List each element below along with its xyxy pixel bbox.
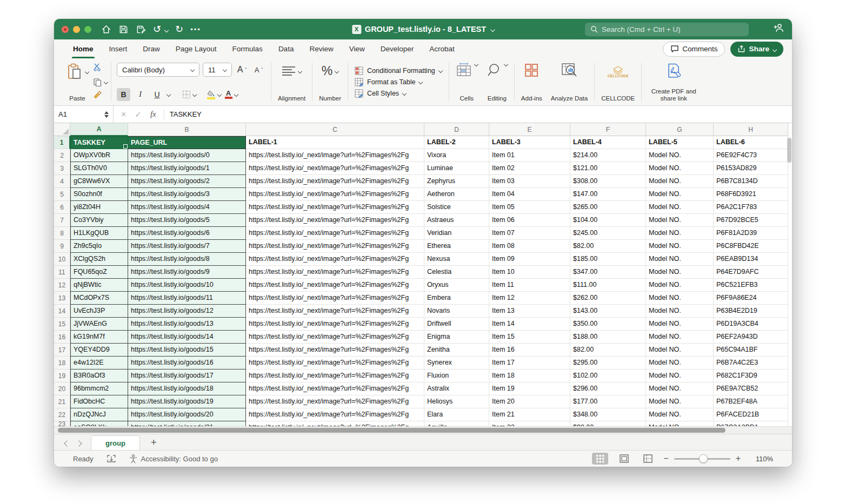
cell-G12[interactable]: Model NO. (646, 279, 714, 292)
cell-E17[interactable]: Item 16 (489, 344, 570, 357)
cell-H14[interactable]: P63B4E2D19 (714, 305, 788, 318)
cell-A19[interactable]: B3R0aOf3 (70, 369, 128, 382)
cell-C20[interactable]: https://test.listly.io/_next/image?url=%… (246, 382, 424, 395)
accessibility-status[interactable]: Accessibility: Good to go (141, 455, 218, 463)
cell-A18[interactable]: e4w12I2E (70, 357, 128, 369)
tab-home[interactable]: Home (73, 39, 94, 58)
cell-E8[interactable]: Item 07 (489, 227, 570, 240)
cell-D19[interactable]: Fluxion (424, 369, 489, 382)
cell-E10[interactable]: Item 09 (489, 253, 570, 266)
cell-C5[interactable]: https://test.listly.io/_next/image?url=%… (246, 188, 424, 201)
row-header-18[interactable]: 18 (54, 357, 70, 369)
cell-C12[interactable]: https://test.listly.io/_next/image?url=%… (246, 279, 424, 292)
cell-E2[interactable]: Item 01 (489, 149, 570, 162)
cell-C15[interactable]: https://test.listly.io/_next/image?url=%… (246, 318, 424, 331)
paste-button[interactable]: Paste (62, 58, 93, 105)
cell-D7[interactable]: Astraeus (424, 214, 489, 227)
normal-view-button[interactable] (592, 453, 608, 465)
cell-G18[interactable]: Model NO. (646, 357, 714, 369)
cell-C8[interactable]: https://test.listly.io/_next/image?url=%… (246, 227, 424, 240)
undo-icon[interactable]: ↺ (153, 24, 161, 35)
tab-acrobat[interactable]: Acrobat (429, 39, 455, 58)
underline-dropdown-icon[interactable] (167, 92, 171, 97)
cell-A16[interactable]: kG19nM7f (70, 331, 128, 344)
cell-B21[interactable]: https://test.listly.io/goods/19 (128, 395, 246, 408)
cell-G14[interactable]: Model NO. (646, 305, 714, 318)
cell-F18[interactable]: $295.00 (570, 357, 646, 369)
cell-H4[interactable]: P6B7C8134D (714, 175, 788, 188)
cell-H21[interactable]: P67B2EF48A (714, 395, 788, 408)
cell-F15[interactable]: $350.00 (570, 318, 646, 331)
cell-styles-button[interactable]: Cell Styles (355, 89, 442, 98)
cell-B16[interactable]: https://test.listly.io/goods/14 (128, 331, 246, 344)
save-as-icon[interactable] (136, 24, 146, 35)
cell-B1[interactable]: PAGE_URL (128, 136, 246, 149)
cell-H5[interactable]: P68F6D3921 (714, 188, 788, 201)
cell-F21[interactable]: $177.00 (570, 395, 646, 408)
cell-H22[interactable]: P6FACED21B (714, 408, 788, 421)
name-box[interactable]: A1 (54, 106, 114, 123)
cell-B11[interactable]: https://test.listly.io/goods/9 (128, 266, 246, 279)
tab-formulas[interactable]: Formulas (232, 39, 263, 58)
cell-E13[interactable]: Item 12 (489, 292, 570, 305)
cell-H8[interactable]: P6F81A2D39 (714, 227, 788, 240)
font-size-select[interactable]: 11 (203, 63, 232, 77)
cut-icon[interactable] (93, 63, 108, 73)
cell-A3[interactable]: SLGTh0V0 (70, 162, 128, 175)
cell-A20[interactable]: 96bmmcm2 (70, 382, 128, 395)
selection-mode-icon[interactable] (107, 454, 116, 463)
cell-G17[interactable]: Model NO. (646, 344, 714, 357)
cell-F19[interactable]: $102.00 (570, 369, 646, 382)
cell-D18[interactable]: Synerex (424, 357, 489, 369)
cell-E6[interactable]: Item 05 (489, 201, 570, 214)
cell-G4[interactable]: Model NO. (646, 175, 714, 188)
next-sheet-icon[interactable] (76, 440, 82, 446)
previous-sheet-icon[interactable] (64, 440, 70, 446)
cell-E12[interactable]: Item 11 (489, 279, 570, 292)
cell-H20[interactable]: P6E9A7CB52 (714, 382, 788, 395)
cell-B2[interactable]: https://test.listly.io/goods/0 (128, 149, 246, 162)
cell-D15[interactable]: Driftwell (424, 318, 489, 331)
cell-B7[interactable]: https://test.listly.io/goods/5 (128, 214, 246, 227)
cell-E9[interactable]: Item 08 (489, 240, 570, 253)
cell-A14[interactable]: UvEchJ3P (70, 305, 128, 318)
column-header-E[interactable]: E (489, 123, 570, 136)
row-header-13[interactable]: 13 (54, 292, 70, 305)
analyze-data-button[interactable]: Analyze Data (547, 58, 592, 105)
cell-D2[interactable]: Vixora (424, 149, 489, 162)
undo-dropdown-icon[interactable] (164, 28, 169, 32)
cell-H10[interactable]: P6EAB9D134 (714, 253, 788, 266)
share-button[interactable]: Share (730, 42, 783, 57)
cell-D9[interactable]: Etherea (424, 240, 489, 253)
cell-B3[interactable]: https://test.listly.io/goods/1 (128, 162, 246, 175)
cell-E20[interactable]: Item 19 (489, 382, 570, 395)
insert-function-icon[interactable]: fx (150, 110, 156, 119)
cell-H19[interactable]: P682C1F3D9 (714, 369, 788, 382)
cell-E7[interactable]: Item 06 (489, 214, 570, 227)
cell-A4[interactable]: gC8Ww6VX (70, 175, 128, 188)
cell-G3[interactable]: Model NO. (646, 162, 714, 175)
cell-D5[interactable]: Aetheron (424, 188, 489, 201)
cell-G13[interactable]: Model NO. (646, 292, 714, 305)
italic-button[interactable]: I (134, 88, 147, 101)
row-header-16[interactable]: 16 (54, 331, 70, 344)
cell-D14[interactable]: Novaris (424, 305, 489, 318)
cell-H1[interactable]: LABEL-6 (714, 136, 788, 149)
cell-E19[interactable]: Item 18 (489, 369, 570, 382)
row-header-5[interactable]: 5 (54, 188, 70, 201)
cell-D21[interactable]: Heliosys (424, 395, 489, 408)
row-header-3[interactable]: 3 (54, 162, 70, 175)
cell-B14[interactable]: https://test.listly.io/goods/12 (128, 305, 246, 318)
cell-A6[interactable]: yi8Zt04H (70, 201, 128, 214)
cell-A9[interactable]: Zh9c5qIo (70, 240, 128, 253)
cell-C9[interactable]: https://test.listly.io/_next/image?url=%… (246, 240, 424, 253)
cell-A11[interactable]: FQU65qoZ (70, 266, 128, 279)
cell-H11[interactable]: P64E7D9AFC (714, 266, 788, 279)
cell-A7[interactable]: Co3YVbiy (70, 214, 128, 227)
name-box-spinner[interactable] (104, 111, 109, 118)
cell-B22[interactable]: https://test.listly.io/goods/20 (128, 408, 246, 421)
cell-G21[interactable]: Model NO. (646, 395, 714, 408)
add-sheet-button[interactable]: + (151, 437, 157, 447)
cell-H17[interactable]: P65C94A1BF (714, 344, 788, 357)
cell-A12[interactable]: qNjBWtic (70, 279, 128, 292)
